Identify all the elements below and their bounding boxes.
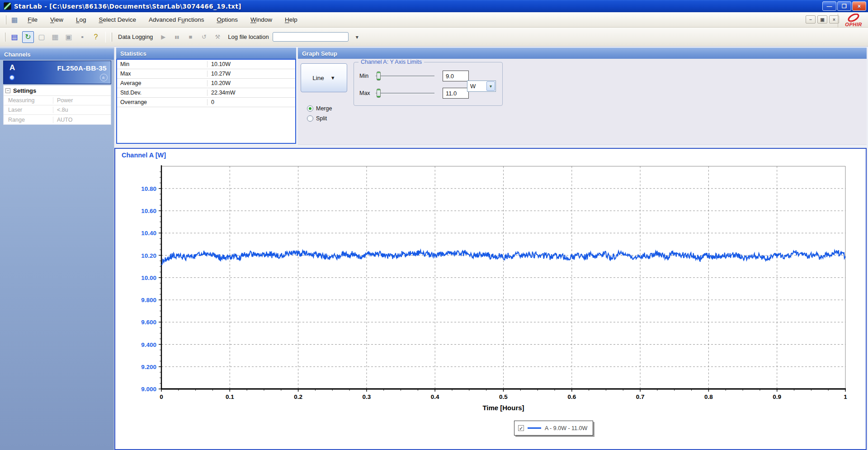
merge-option[interactable]: Merge xyxy=(307,105,332,112)
minimize-button[interactable]: — xyxy=(822,1,836,11)
split-label: Split xyxy=(316,115,327,122)
max-slider-thumb[interactable] xyxy=(377,89,381,98)
graph-type-dropdown[interactable]: Line ▼ xyxy=(301,63,347,92)
min-value-field[interactable]: 9.0 xyxy=(443,71,469,81)
svg-text:1: 1 xyxy=(844,393,847,400)
svg-text:9.600: 9.600 xyxy=(141,319,156,326)
menu-items: FileViewLogSelect DeviceAdvanced Functio… xyxy=(22,14,303,25)
table-row[interactable]: Average10.20W xyxy=(117,79,295,88)
svg-text:0.3: 0.3 xyxy=(363,393,371,400)
graph-setup-body: Line ▼ Channel A: Y Axis Limits Min 9.0 … xyxy=(298,59,867,145)
settings-header[interactable]: − Settings xyxy=(4,85,111,96)
svg-text:10.20: 10.20 xyxy=(141,252,156,259)
main-tool-buttons: ▤↻▢▦▣▪? xyxy=(8,31,103,43)
graph-setup-panel: Graph Setup Line ▼ Channel A: Y Axis Lim… xyxy=(298,47,867,145)
svg-text:10.60: 10.60 xyxy=(141,208,156,214)
track-window-icon: ▣ xyxy=(63,31,75,43)
channels-panel: Channels A FL250A-BB-35 « − Settings Mea… xyxy=(0,47,114,450)
help-icon[interactable]: ? xyxy=(90,31,102,43)
menu-item-select-device[interactable]: Select Device xyxy=(94,14,142,25)
channels-header: Channels xyxy=(0,48,114,60)
max-label: Max xyxy=(359,90,376,96)
max-slider[interactable] xyxy=(376,89,434,98)
toolbar-grip[interactable] xyxy=(111,33,112,42)
legend-label: A - 9.0W - 11.0W xyxy=(545,425,587,431)
start-log-icon[interactable]: ▶ xyxy=(158,32,168,42)
min-slider[interactable] xyxy=(376,71,434,81)
ophir-logo: OPHIR xyxy=(842,14,865,27)
svg-text:9.000: 9.000 xyxy=(141,386,156,393)
reset-log-icon[interactable]: ↺ xyxy=(199,32,209,42)
max-value-field[interactable]: 11.0 xyxy=(443,88,469,99)
toolbar-grip[interactable] xyxy=(4,33,5,42)
row-label: Max xyxy=(117,71,208,77)
collapse-minus-icon[interactable]: − xyxy=(5,88,10,93)
row-label: Average xyxy=(117,80,208,86)
legend-line-swatch xyxy=(528,427,541,429)
table-row[interactable]: Std.Dev.22.34mW xyxy=(117,88,295,98)
document-icon: ▦ xyxy=(11,16,18,24)
menu-item-window[interactable]: Window xyxy=(245,14,278,25)
row-label: Laser xyxy=(4,107,53,113)
units-value: W xyxy=(467,83,486,90)
menu-item-options[interactable]: Options xyxy=(211,14,243,25)
restart-devices-icon[interactable]: ▤ xyxy=(9,31,20,43)
svg-text:0.4: 0.4 xyxy=(431,393,439,400)
settings-table: MeasuringPowerLaser<.8uRangeAUTO xyxy=(4,96,111,124)
chevron-down-icon[interactable]: ▾ xyxy=(486,81,495,91)
child-restore-button[interactable]: ▣ xyxy=(817,15,827,24)
svg-text:0.1: 0.1 xyxy=(226,393,234,400)
min-slider-thumb[interactable] xyxy=(377,71,381,81)
svg-text:0.2: 0.2 xyxy=(294,393,302,400)
table-row[interactable]: Overrange0 xyxy=(117,98,295,107)
log-setup-icon[interactable]: ⚒ xyxy=(212,32,222,42)
split-radio[interactable] xyxy=(307,115,313,122)
restore-button[interactable]: ❐ xyxy=(837,1,851,11)
toolbar-overflow-icon[interactable]: ▾ xyxy=(356,34,359,40)
row-label: Measuring xyxy=(4,97,53,104)
toolbar-grip[interactable] xyxy=(5,15,6,24)
statistics-header: Statistics xyxy=(116,47,296,59)
chevron-up-icon[interactable]: « xyxy=(100,74,108,81)
app-icon xyxy=(4,2,11,10)
table-row[interactable]: Laser<.8u xyxy=(4,105,111,115)
channel-card[interactable]: A FL250A-BB-35 « xyxy=(3,61,111,84)
row-label: Min xyxy=(117,61,208,67)
log-file-location-input[interactable] xyxy=(273,32,349,42)
menu-item-advanced-functions[interactable]: Advanced Functions xyxy=(143,14,209,25)
menu-item-file[interactable]: File xyxy=(22,14,43,25)
menu-item-help[interactable]: Help xyxy=(279,14,303,25)
svg-text:10.00: 10.00 xyxy=(141,275,156,281)
statistics-panel: Statistics Min10.10WMax10.27WAverage10.2… xyxy=(116,47,296,144)
row-value: 0 xyxy=(208,99,295,105)
close-button[interactable]: × xyxy=(852,1,866,11)
refresh-icon[interactable]: ↻ xyxy=(22,31,34,43)
svg-text:10.40: 10.40 xyxy=(141,230,156,237)
merge-radio[interactable] xyxy=(307,105,313,112)
table-row[interactable]: RangeAUTO xyxy=(4,115,111,124)
y-axis-limits-fieldset: Channel A: Y Axis Limits Min 9.0 Max 11.… xyxy=(354,62,503,106)
min-slider-row: Min 9.0 xyxy=(359,71,469,81)
graph-type-value: Line xyxy=(312,75,324,81)
svg-text:0.9: 0.9 xyxy=(773,393,781,400)
menu-item-log[interactable]: Log xyxy=(71,14,92,25)
pause-log-icon[interactable]: ▮▮ xyxy=(172,32,182,42)
table-row[interactable]: MeasuringPower xyxy=(4,96,111,105)
svg-text:0: 0 xyxy=(160,393,163,400)
channel-sensor-name: FL250A-BB-35 xyxy=(57,64,107,72)
channel-status-led xyxy=(9,75,15,81)
channel-id: A xyxy=(9,63,15,72)
svg-text:10.80: 10.80 xyxy=(141,185,156,192)
menu-item-view[interactable]: View xyxy=(45,14,69,25)
row-label: Overrange xyxy=(117,99,208,105)
stop-log-icon[interactable]: ■ xyxy=(185,32,195,42)
table-row[interactable]: Min10.10W xyxy=(117,60,295,69)
svg-text:0.5: 0.5 xyxy=(499,393,508,400)
legend-checkbox[interactable]: ✓ xyxy=(518,425,524,431)
graph-setup-header: Graph Setup xyxy=(298,47,867,59)
child-minimize-button[interactable]: – xyxy=(806,15,816,24)
split-option[interactable]: Split xyxy=(307,115,327,122)
units-dropdown[interactable]: W ▾ xyxy=(467,81,496,92)
statistics-table: Min10.10WMax10.27WAverage10.20WStd.Dev.2… xyxy=(116,59,296,144)
table-row[interactable]: Max10.27W xyxy=(117,69,295,79)
